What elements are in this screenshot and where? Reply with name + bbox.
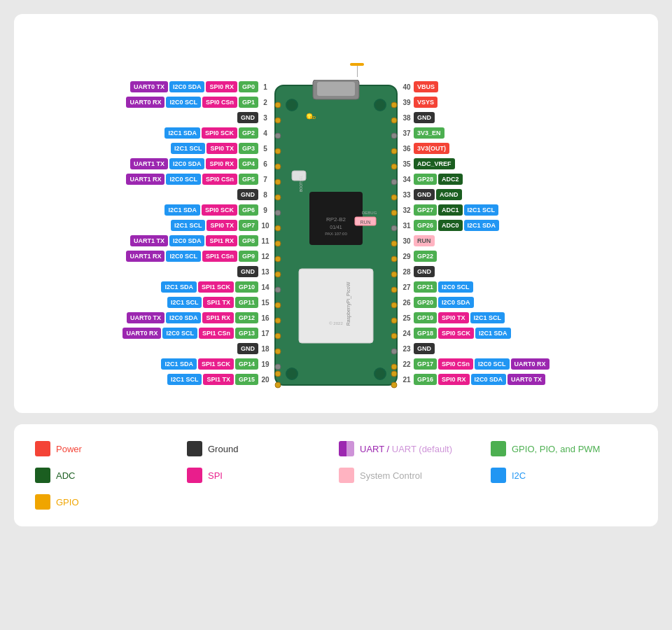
pin-label: ADC_VREF xyxy=(414,158,455,169)
pin-label: SPI0 TX xyxy=(438,312,469,323)
legend-sysctrl: System Control xyxy=(339,468,485,483)
pin-label: GP27 xyxy=(414,204,437,216)
pin-label: I2C0 SDA xyxy=(169,235,205,246)
legend-uart-label: UART / UART (default) xyxy=(360,444,452,454)
pin-label: GP13 xyxy=(235,328,258,339)
uart-swatch xyxy=(339,441,354,456)
pin-label: UART0 TX xyxy=(507,374,545,385)
pin-number: 34 xyxy=(401,176,412,183)
right-pin-row: 31GP26ADC0I2C1 SDA xyxy=(401,218,499,232)
pin-label: 3V3(OUT) xyxy=(414,143,449,154)
pin-label: GP8 xyxy=(239,235,258,246)
svg-point-47 xyxy=(391,287,397,293)
left-pin-row: GND18 xyxy=(237,342,271,356)
pin-label: SPI1 CSn xyxy=(199,328,234,339)
pin-label: GP22 xyxy=(414,251,437,262)
svg-point-19 xyxy=(275,164,281,169)
pin-number: 10 xyxy=(260,222,271,230)
pin-number: 37 xyxy=(401,130,412,137)
svg-point-18 xyxy=(275,148,281,154)
left-pin-row: UART1 TXI2C0 SDASPI0 RXGP46 xyxy=(130,157,271,171)
pin-number: 40 xyxy=(401,83,412,91)
svg-text:RUN: RUN xyxy=(360,220,370,225)
pin-number: 9 xyxy=(260,206,271,214)
svg-point-57 xyxy=(286,99,298,111)
pin-number: 28 xyxy=(401,268,412,276)
pin-label: I2C1 SDA xyxy=(164,127,200,139)
legend-uart: UART / UART (default) xyxy=(339,441,485,456)
pin-label: I2C0 SDA xyxy=(166,312,202,323)
pin-number: 18 xyxy=(260,345,271,353)
pin-label: GP28 xyxy=(414,174,437,185)
svg-point-29 xyxy=(275,318,281,323)
pin-number: 19 xyxy=(260,360,271,368)
svg-point-44 xyxy=(391,241,397,246)
pin-label: GP20 xyxy=(414,297,437,308)
pin-label: GND xyxy=(414,343,435,354)
left-pin-row: I2C1 SCLSPI0 TXGP710 xyxy=(171,218,271,232)
svg-text:RP2-B2: RP2-B2 xyxy=(326,216,346,223)
pin-label: SPI0 CSn xyxy=(202,174,237,185)
pin-label: GP16 xyxy=(414,374,437,385)
pin-label: SPI0 SCK xyxy=(438,328,474,339)
pin-label: I2C1 SCL xyxy=(464,204,499,216)
pin-label: I2C1 SDA xyxy=(164,204,200,216)
pin-label: SPI0 TX xyxy=(206,220,237,231)
svg-point-56 xyxy=(374,368,386,379)
left-pin-row: I2C1 SCLSPI1 TXGP1520 xyxy=(167,372,271,386)
svg-point-22 xyxy=(275,210,281,216)
svg-rect-11 xyxy=(299,269,373,343)
svg-text:LED: LED xyxy=(307,115,316,120)
pin-label: I2C0 SDA xyxy=(471,374,507,385)
svg-point-33 xyxy=(275,371,281,377)
left-pin-row: UART0 RXI2C0 SCLSPI0 CSnGP12 xyxy=(126,95,271,109)
pin-number: 32 xyxy=(401,206,412,214)
main-card: UART0 TXI2C0 SDASPI0 RXGP01UART0 RXI2C0 … xyxy=(14,14,658,413)
pin-number: 13 xyxy=(260,268,271,276)
left-pin-row: UART0 TXI2C0 SDASPI1 RXGP1216 xyxy=(127,311,271,325)
svg-point-55 xyxy=(286,368,298,379)
pin-label: GP26 xyxy=(414,220,437,231)
sysctrl-swatch xyxy=(339,468,354,483)
pin-number: 30 xyxy=(401,237,412,245)
pin-label: I2C0 SDA xyxy=(169,81,205,92)
svg-point-53 xyxy=(391,371,397,377)
legend-sysctrl-label: System Control xyxy=(360,470,422,481)
legend-ground-label: Ground xyxy=(208,444,238,454)
svg-point-43 xyxy=(391,225,397,231)
pin-number: 24 xyxy=(401,330,412,337)
right-pin-row: 39VSYS xyxy=(401,95,438,109)
svg-text:01/41: 01/41 xyxy=(330,225,342,230)
pin-label: SPI1 SCK xyxy=(198,358,234,370)
svg-point-17 xyxy=(275,133,281,139)
gpiopin-swatch xyxy=(35,494,50,510)
pin-label: GP5 xyxy=(239,174,258,185)
pin-label: SPI1 CSn xyxy=(202,251,237,262)
pin-number: 29 xyxy=(401,253,412,260)
pin-label: GND xyxy=(414,189,435,200)
svg-point-34 xyxy=(275,382,281,388)
pin-label: SPI0 SCK xyxy=(202,204,237,216)
pin-label: 3V3_EN xyxy=(414,127,444,139)
legend-gpio-label: GPIO, PIO, and PWM xyxy=(512,444,600,454)
left-pin-row: GND13 xyxy=(237,265,271,279)
left-pin-row: I2C1 SDASPI0 SCKGP69 xyxy=(164,203,271,217)
svg-point-51 xyxy=(391,349,397,354)
left-pin-row: I2C1 SDASPI0 SCKGP24 xyxy=(164,126,271,140)
pin-number: 14 xyxy=(260,284,271,291)
left-pin-row: UART1 RXI2C0 SCLSPI0 CSnGP57 xyxy=(126,172,271,186)
pin-label: I2C0 SCL xyxy=(166,174,201,185)
svg-point-25 xyxy=(275,256,281,262)
pin-label: GP11 xyxy=(235,297,258,308)
right-pin-row: 22GP17SPI0 CSnI2C0 SCLUART0 RX xyxy=(401,357,550,371)
pin-number: 21 xyxy=(401,376,412,384)
right-pin-row: 24GP18SPI0 SCKI2C1 SDA xyxy=(401,326,511,340)
legend-power-label: Power xyxy=(56,444,82,454)
svg-point-27 xyxy=(275,287,281,293)
right-pin-row: 363V3(OUT) xyxy=(401,141,449,155)
pin-label: VBUS xyxy=(414,81,438,92)
pin-label: SPI0 RX xyxy=(206,81,237,92)
pin-label: SPI0 SCK xyxy=(202,127,237,139)
pin-label: SPI1 SCK xyxy=(198,281,234,293)
left-pin-row: GND3 xyxy=(237,111,271,125)
